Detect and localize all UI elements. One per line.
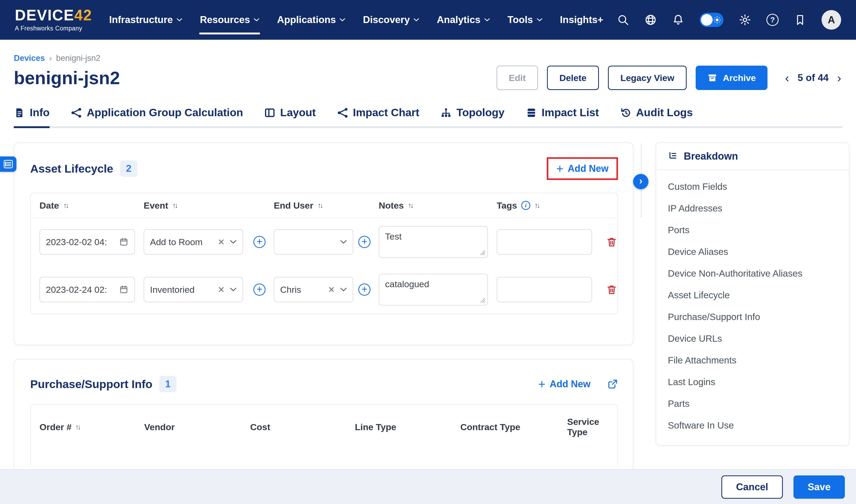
menu-infrastructure[interactable]: Infrastructure [109,12,183,28]
tab-topology[interactable]: Topology [441,106,504,126]
breakdown-item-device-aliases[interactable]: Device Aliases [656,241,849,263]
sidebar-collapse-button[interactable]: › [633,174,649,189]
breakdown-item-ports[interactable]: Ports [656,219,849,241]
breakdown-item-ip-addresses[interactable]: IP Addresses [656,197,849,219]
tab-application-group-calculation[interactable]: Application Group Calculation [71,106,243,126]
breakdown-item-file-attachments[interactable]: File Attachments [656,349,849,371]
breakdown-item-last-logins[interactable]: Last Logins [656,371,849,393]
add-event-button[interactable]: + [253,236,266,248]
legacy-view-button[interactable]: Legacy View [608,66,687,90]
notifications-bell-icon[interactable] [672,14,684,26]
tab-impact-chart[interactable]: Impact Chart [337,106,420,126]
resize-handle-icon[interactable] [479,297,486,303]
breakdown-item-asset-lifecycle[interactable]: Asset Lifecycle [656,284,849,306]
calendar-icon[interactable] [119,285,129,294]
bookmark-icon[interactable] [794,14,806,26]
menu-tools[interactable]: Tools [508,12,543,28]
asset-lifecycle-add-new-button[interactable]: + Add New [556,163,609,175]
clear-icon[interactable]: × [218,236,224,248]
sort-icon[interactable]: ↑↓ [318,201,322,210]
event-select[interactable]: Add to Room × [144,229,243,255]
device42-logo[interactable]: DEVICE42 A Freshworks Company [15,8,92,32]
calendar-icon[interactable] [119,237,129,247]
cancel-button[interactable]: Cancel [721,475,783,499]
breakdown-item-purchase-support-info[interactable]: Purchase/Support Info [656,306,849,328]
breakdown-item-software-in-use[interactable]: Software In Use [656,415,849,436]
sort-icon[interactable]: ↑↓ [172,201,177,210]
sort-icon[interactable]: ↑↓ [63,201,68,210]
side-panel-toggle-tab[interactable] [0,157,16,172]
purchase-support-add-new-button[interactable]: + Add New [538,378,590,390]
menu-applications[interactable]: Applications [277,12,345,28]
chevron-down-icon[interactable] [230,287,237,292]
column-header-cost: Cost [250,422,355,432]
tab-audit-logs[interactable]: Audit Logs [620,106,693,126]
search-icon[interactable] [617,14,629,26]
breakdown-item-custom-fields[interactable]: Custom Fields [656,176,849,197]
notes-textarea[interactable]: Test [379,226,488,258]
breakdown-item-device-non-authoritative-aliases[interactable]: Device Non-Authoritative Aliases [656,263,849,284]
add-event-button[interactable]: + [253,284,266,296]
breakdown-item-device-urls[interactable]: Device URLs [656,328,849,349]
pager-next-icon[interactable]: › [836,72,842,84]
pager-previous-icon[interactable]: ‹ [784,72,790,84]
archive-button[interactable]: Archive [696,66,768,90]
plus-icon: + [538,378,545,390]
column-header-date: Date ↑↓ [39,200,135,211]
info-icon[interactable]: i [521,201,530,210]
add-end-user-button[interactable]: + [358,284,371,296]
layout-icon [264,107,275,118]
menu-resources[interactable]: Resources [200,12,259,28]
asset-lifecycle-count-badge: 2 [120,160,137,177]
share-nodes-icon [71,107,82,118]
sort-icon[interactable]: ↑↓ [408,201,412,210]
user-avatar[interactable]: A [822,10,841,30]
globe-icon[interactable] [645,14,657,26]
chevron-down-icon[interactable] [340,287,347,292]
logo-brand-text: DEVICE [15,6,74,23]
edit-button[interactable]: Edit [497,66,538,90]
date-field[interactable]: 2023-02-02 04: [39,229,135,255]
tab-impact-list[interactable]: Impact List [526,106,599,126]
tags-input[interactable] [497,277,592,302]
menu-discovery[interactable]: Discovery [363,12,419,28]
save-button[interactable]: Save [793,475,845,499]
date-field[interactable]: 2023-02-24 02: [39,277,135,302]
resize-handle-icon[interactable] [479,249,486,256]
clear-icon[interactable]: × [328,284,335,295]
delete-button[interactable]: Delete [547,66,599,90]
breadcrumb: Devices › benigni-jsn2 [14,53,842,63]
sort-icon[interactable]: ↑↓ [75,423,80,431]
clear-icon[interactable]: × [218,284,224,295]
breadcrumb-devices-link[interactable]: Devices [14,53,45,63]
notes-textarea[interactable]: catalogued [379,274,488,305]
external-link-icon[interactable] [607,379,618,390]
tab-layout[interactable]: Layout [264,106,315,126]
sort-icon[interactable]: ↑↓ [534,201,539,210]
tab-info[interactable]: Info [14,106,50,126]
delete-row-trash-icon[interactable] [606,236,617,248]
help-icon[interactable]: ? [767,14,778,26]
column-header-notes: Notes ↑↓ [379,200,488,211]
archive-box-icon [707,73,717,83]
pager-label: 5 of 44 [798,72,828,84]
menu-insights-plus[interactable]: Insights+ [560,12,603,28]
breakdown-item-parts[interactable]: Parts [656,393,849,415]
delete-row-trash-icon[interactable] [606,284,617,295]
chevron-down-icon[interactable] [340,240,347,244]
theme-toggle[interactable] [700,13,723,27]
end-user-select[interactable]: Chris × [274,277,353,302]
list-rows-icon [526,107,537,118]
add-end-user-button[interactable]: + [358,236,371,248]
chevron-down-icon[interactable] [230,240,237,244]
save-footer-bar: Cancel Save [0,469,856,504]
column-header-line-type: Line Type [355,422,460,432]
settings-gear-icon[interactable] [739,14,751,26]
chevron-down-icon [537,18,543,22]
event-select[interactable]: Inventoried × [144,277,243,302]
title-row: benigni-jsn2 Edit Delete Legacy View Arc… [14,66,842,90]
menu-analytics[interactable]: Analytics [437,12,490,28]
tags-input[interactable] [497,229,592,255]
end-user-select[interactable] [274,229,353,255]
breakdown-header: Breakdown [656,143,849,170]
